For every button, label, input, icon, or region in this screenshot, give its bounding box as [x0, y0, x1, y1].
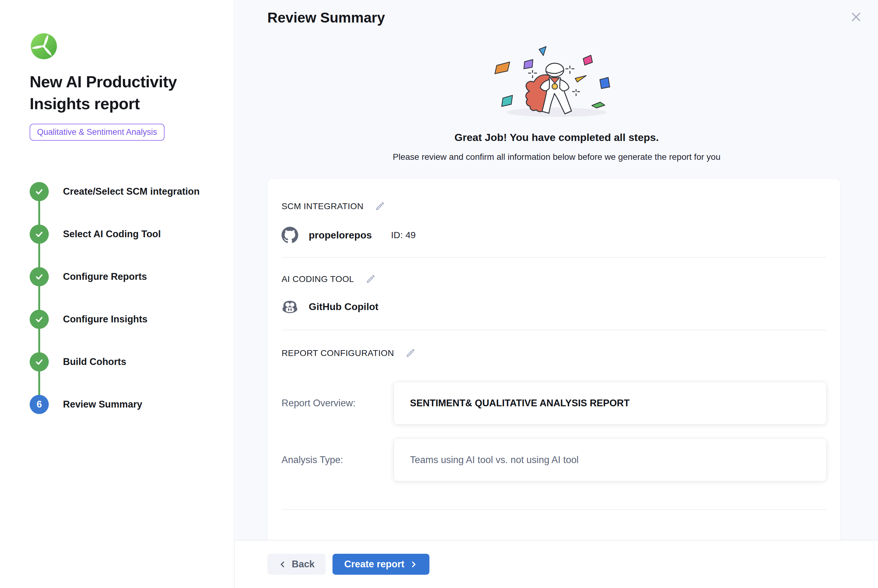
check-icon	[34, 229, 44, 239]
edit-report-configuration-button[interactable]	[405, 348, 416, 359]
section-divider	[281, 257, 826, 258]
step-label: Review Summary	[63, 399, 142, 410]
pencil-icon	[375, 201, 385, 212]
edit-ai-coding-tool-button[interactable]	[365, 274, 376, 285]
check-icon	[34, 272, 44, 282]
github-icon	[281, 227, 298, 243]
pencil-icon	[365, 274, 376, 284]
chevron-left-icon	[278, 560, 287, 568]
check-icon	[34, 314, 44, 324]
wizard-title: New AI Productivity Insights report	[30, 71, 203, 114]
step-label: Configure Insights	[63, 314, 147, 325]
step-complete-circle	[30, 310, 49, 329]
step-label: Configure Reports	[63, 271, 147, 282]
report-overview-row: Report Overview: SENTIMENT& QUALITATIVE …	[281, 382, 826, 424]
scm-integration-id: ID: 49	[391, 230, 415, 240]
wizard-footer: Back Create report	[235, 540, 878, 588]
report-overview-value: SENTIMENT& QUALITATIVE ANALYSIS REPORT	[394, 382, 826, 424]
analysis-type-value: Teams using AI tool vs. not using AI too…	[394, 439, 826, 481]
report-configuration-label: REPORT CONFIGURATION	[281, 348, 394, 358]
step-review-summary[interactable]: 6 Review Summary	[30, 383, 215, 426]
edit-scm-integration-button[interactable]	[374, 201, 386, 212]
step-complete-circle	[30, 267, 49, 286]
wizard-stepper: Create/Select SCM integration Select AI …	[30, 170, 215, 426]
check-icon	[34, 357, 44, 367]
section-divider	[281, 330, 826, 330]
step-complete-circle	[30, 225, 49, 244]
report-overview-label: Report Overview:	[281, 398, 394, 409]
review-summary-content: Review Summary	[235, 0, 878, 540]
step-complete-circle	[30, 182, 49, 201]
step-label: Select AI Coding Tool	[63, 229, 161, 240]
close-button[interactable]	[850, 11, 862, 23]
congrats-subheading: Please review and confirm all informatio…	[235, 152, 878, 162]
scm-integration-name: propelorepos	[309, 230, 372, 241]
close-icon	[850, 11, 862, 23]
step-label: Build Cohorts	[63, 356, 126, 368]
step-scm-integration[interactable]: Create/Select SCM integration	[30, 170, 215, 213]
pencil-icon	[405, 348, 416, 358]
copilot-icon	[281, 298, 298, 315]
propeller-logo	[30, 32, 58, 60]
analysis-type-row: Analysis Type: Teams using AI tool vs. n…	[281, 439, 826, 481]
page-title: Review Summary	[268, 9, 385, 26]
congrats-heading: Great Job! You have completed all steps.	[235, 131, 878, 144]
step-label: Create/Select SCM integration	[63, 186, 200, 197]
review-summary-panel: Review Summary	[235, 0, 878, 588]
chevron-right-icon	[409, 560, 418, 568]
step-number: 6	[36, 399, 42, 410]
ai-coding-tool-label: AI CODING TOOL	[281, 274, 354, 284]
check-icon	[34, 186, 44, 197]
section-divider	[281, 509, 826, 510]
summary-card: SCM INTEGRATION propelorepos ID: 49 AI C…	[268, 178, 840, 540]
step-active-circle: 6	[30, 395, 49, 414]
create-report-button-label: Create report	[344, 559, 404, 570]
create-report-button[interactable]: Create report	[332, 554, 429, 575]
step-complete-circle	[30, 352, 49, 371]
ai-coding-tool-name: GitHub Copilot	[309, 301, 379, 312]
scm-integration-label: SCM INTEGRATION	[281, 201, 363, 212]
step-ai-coding-tool[interactable]: Select AI Coding Tool	[30, 213, 215, 255]
step-configure-reports[interactable]: Configure Reports	[30, 255, 215, 298]
step-configure-insights[interactable]: Configure Insights	[30, 298, 215, 340]
step-build-cohorts[interactable]: Build Cohorts	[30, 340, 215, 383]
back-button[interactable]: Back	[268, 554, 326, 575]
wizard-sidebar: New AI Productivity Insights report Qual…	[0, 0, 235, 588]
back-button-label: Back	[292, 559, 314, 570]
report-type-badge: Qualitative & Sentiment Analysis	[30, 124, 165, 141]
analysis-type-label: Analysis Type:	[281, 454, 394, 465]
